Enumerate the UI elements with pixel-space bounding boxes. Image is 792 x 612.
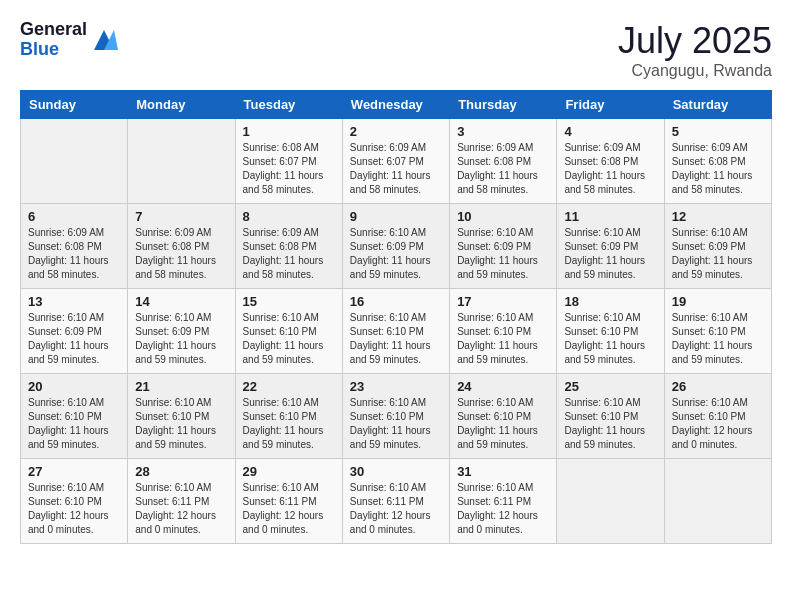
day-number: 12 bbox=[672, 209, 764, 224]
calendar-week-3: 13Sunrise: 6:10 AMSunset: 6:09 PMDayligh… bbox=[21, 289, 772, 374]
weekday-sunday: Sunday bbox=[21, 91, 128, 119]
day-info: Sunrise: 6:10 AMSunset: 6:10 PMDaylight:… bbox=[564, 311, 656, 367]
calendar-week-5: 27Sunrise: 6:10 AMSunset: 6:10 PMDayligh… bbox=[21, 459, 772, 544]
calendar-cell: 28Sunrise: 6:10 AMSunset: 6:11 PMDayligh… bbox=[128, 459, 235, 544]
day-number: 16 bbox=[350, 294, 442, 309]
day-info: Sunrise: 6:09 AMSunset: 6:08 PMDaylight:… bbox=[135, 226, 227, 282]
day-number: 11 bbox=[564, 209, 656, 224]
calendar-cell: 29Sunrise: 6:10 AMSunset: 6:11 PMDayligh… bbox=[235, 459, 342, 544]
day-info: Sunrise: 6:09 AMSunset: 6:08 PMDaylight:… bbox=[457, 141, 549, 197]
day-info: Sunrise: 6:09 AMSunset: 6:08 PMDaylight:… bbox=[28, 226, 120, 282]
day-info: Sunrise: 6:10 AMSunset: 6:11 PMDaylight:… bbox=[135, 481, 227, 537]
day-info: Sunrise: 6:10 AMSunset: 6:09 PMDaylight:… bbox=[135, 311, 227, 367]
logo-blue-text: Blue bbox=[20, 40, 87, 60]
calendar-cell: 13Sunrise: 6:10 AMSunset: 6:09 PMDayligh… bbox=[21, 289, 128, 374]
day-info: Sunrise: 6:10 AMSunset: 6:09 PMDaylight:… bbox=[564, 226, 656, 282]
day-info: Sunrise: 6:09 AMSunset: 6:07 PMDaylight:… bbox=[350, 141, 442, 197]
day-number: 9 bbox=[350, 209, 442, 224]
day-number: 28 bbox=[135, 464, 227, 479]
weekday-saturday: Saturday bbox=[664, 91, 771, 119]
calendar-cell: 18Sunrise: 6:10 AMSunset: 6:10 PMDayligh… bbox=[557, 289, 664, 374]
calendar-cell: 25Sunrise: 6:10 AMSunset: 6:10 PMDayligh… bbox=[557, 374, 664, 459]
day-number: 7 bbox=[135, 209, 227, 224]
day-info: Sunrise: 6:10 AMSunset: 6:10 PMDaylight:… bbox=[672, 396, 764, 452]
day-number: 23 bbox=[350, 379, 442, 394]
calendar-cell: 30Sunrise: 6:10 AMSunset: 6:11 PMDayligh… bbox=[342, 459, 449, 544]
calendar-header: SundayMondayTuesdayWednesdayThursdayFrid… bbox=[21, 91, 772, 119]
day-info: Sunrise: 6:10 AMSunset: 6:10 PMDaylight:… bbox=[457, 396, 549, 452]
calendar-cell bbox=[21, 119, 128, 204]
weekday-monday: Monday bbox=[128, 91, 235, 119]
calendar-week-1: 1Sunrise: 6:08 AMSunset: 6:07 PMDaylight… bbox=[21, 119, 772, 204]
day-info: Sunrise: 6:10 AMSunset: 6:10 PMDaylight:… bbox=[243, 311, 335, 367]
logo-icon bbox=[90, 26, 118, 54]
day-number: 31 bbox=[457, 464, 549, 479]
day-info: Sunrise: 6:10 AMSunset: 6:09 PMDaylight:… bbox=[350, 226, 442, 282]
day-number: 14 bbox=[135, 294, 227, 309]
location: Cyangugu, Rwanda bbox=[618, 62, 772, 80]
day-number: 8 bbox=[243, 209, 335, 224]
day-info: Sunrise: 6:09 AMSunset: 6:08 PMDaylight:… bbox=[243, 226, 335, 282]
calendar-cell: 17Sunrise: 6:10 AMSunset: 6:10 PMDayligh… bbox=[450, 289, 557, 374]
calendar-cell: 26Sunrise: 6:10 AMSunset: 6:10 PMDayligh… bbox=[664, 374, 771, 459]
day-info: Sunrise: 6:10 AMSunset: 6:09 PMDaylight:… bbox=[672, 226, 764, 282]
calendar-cell: 3Sunrise: 6:09 AMSunset: 6:08 PMDaylight… bbox=[450, 119, 557, 204]
day-number: 3 bbox=[457, 124, 549, 139]
day-number: 30 bbox=[350, 464, 442, 479]
weekday-friday: Friday bbox=[557, 91, 664, 119]
month-title: July 2025 bbox=[618, 20, 772, 62]
day-info: Sunrise: 6:10 AMSunset: 6:11 PMDaylight:… bbox=[457, 481, 549, 537]
day-number: 17 bbox=[457, 294, 549, 309]
calendar-cell: 19Sunrise: 6:10 AMSunset: 6:10 PMDayligh… bbox=[664, 289, 771, 374]
calendar-cell: 22Sunrise: 6:10 AMSunset: 6:10 PMDayligh… bbox=[235, 374, 342, 459]
day-info: Sunrise: 6:09 AMSunset: 6:08 PMDaylight:… bbox=[672, 141, 764, 197]
day-info: Sunrise: 6:10 AMSunset: 6:10 PMDaylight:… bbox=[564, 396, 656, 452]
calendar-cell: 9Sunrise: 6:10 AMSunset: 6:09 PMDaylight… bbox=[342, 204, 449, 289]
calendar-cell: 31Sunrise: 6:10 AMSunset: 6:11 PMDayligh… bbox=[450, 459, 557, 544]
day-number: 21 bbox=[135, 379, 227, 394]
calendar-body: 1Sunrise: 6:08 AMSunset: 6:07 PMDaylight… bbox=[21, 119, 772, 544]
title-block: July 2025 Cyangugu, Rwanda bbox=[618, 20, 772, 80]
calendar-cell: 6Sunrise: 6:09 AMSunset: 6:08 PMDaylight… bbox=[21, 204, 128, 289]
day-number: 18 bbox=[564, 294, 656, 309]
day-number: 5 bbox=[672, 124, 764, 139]
day-number: 29 bbox=[243, 464, 335, 479]
day-number: 10 bbox=[457, 209, 549, 224]
day-info: Sunrise: 6:10 AMSunset: 6:11 PMDaylight:… bbox=[243, 481, 335, 537]
calendar-table: SundayMondayTuesdayWednesdayThursdayFrid… bbox=[20, 90, 772, 544]
calendar-cell: 11Sunrise: 6:10 AMSunset: 6:09 PMDayligh… bbox=[557, 204, 664, 289]
day-info: Sunrise: 6:10 AMSunset: 6:09 PMDaylight:… bbox=[457, 226, 549, 282]
day-info: Sunrise: 6:10 AMSunset: 6:10 PMDaylight:… bbox=[28, 396, 120, 452]
calendar-cell: 24Sunrise: 6:10 AMSunset: 6:10 PMDayligh… bbox=[450, 374, 557, 459]
calendar-cell bbox=[664, 459, 771, 544]
calendar-cell: 10Sunrise: 6:10 AMSunset: 6:09 PMDayligh… bbox=[450, 204, 557, 289]
calendar-cell bbox=[128, 119, 235, 204]
calendar-week-4: 20Sunrise: 6:10 AMSunset: 6:10 PMDayligh… bbox=[21, 374, 772, 459]
calendar-cell: 23Sunrise: 6:10 AMSunset: 6:10 PMDayligh… bbox=[342, 374, 449, 459]
calendar-cell: 14Sunrise: 6:10 AMSunset: 6:09 PMDayligh… bbox=[128, 289, 235, 374]
day-number: 13 bbox=[28, 294, 120, 309]
day-info: Sunrise: 6:10 AMSunset: 6:10 PMDaylight:… bbox=[672, 311, 764, 367]
day-info: Sunrise: 6:10 AMSunset: 6:11 PMDaylight:… bbox=[350, 481, 442, 537]
day-number: 1 bbox=[243, 124, 335, 139]
day-info: Sunrise: 6:10 AMSunset: 6:10 PMDaylight:… bbox=[28, 481, 120, 537]
calendar-cell: 1Sunrise: 6:08 AMSunset: 6:07 PMDaylight… bbox=[235, 119, 342, 204]
calendar-cell: 21Sunrise: 6:10 AMSunset: 6:10 PMDayligh… bbox=[128, 374, 235, 459]
day-number: 25 bbox=[564, 379, 656, 394]
day-info: Sunrise: 6:09 AMSunset: 6:08 PMDaylight:… bbox=[564, 141, 656, 197]
logo-general-text: General bbox=[20, 20, 87, 40]
day-number: 22 bbox=[243, 379, 335, 394]
calendar-cell: 15Sunrise: 6:10 AMSunset: 6:10 PMDayligh… bbox=[235, 289, 342, 374]
weekday-wednesday: Wednesday bbox=[342, 91, 449, 119]
calendar-cell: 2Sunrise: 6:09 AMSunset: 6:07 PMDaylight… bbox=[342, 119, 449, 204]
calendar-week-2: 6Sunrise: 6:09 AMSunset: 6:08 PMDaylight… bbox=[21, 204, 772, 289]
day-info: Sunrise: 6:10 AMSunset: 6:10 PMDaylight:… bbox=[243, 396, 335, 452]
logo: General Blue bbox=[20, 20, 118, 60]
weekday-header-row: SundayMondayTuesdayWednesdayThursdayFrid… bbox=[21, 91, 772, 119]
day-info: Sunrise: 6:10 AMSunset: 6:10 PMDaylight:… bbox=[350, 311, 442, 367]
calendar-cell: 12Sunrise: 6:10 AMSunset: 6:09 PMDayligh… bbox=[664, 204, 771, 289]
day-number: 26 bbox=[672, 379, 764, 394]
weekday-thursday: Thursday bbox=[450, 91, 557, 119]
weekday-tuesday: Tuesday bbox=[235, 91, 342, 119]
day-number: 15 bbox=[243, 294, 335, 309]
